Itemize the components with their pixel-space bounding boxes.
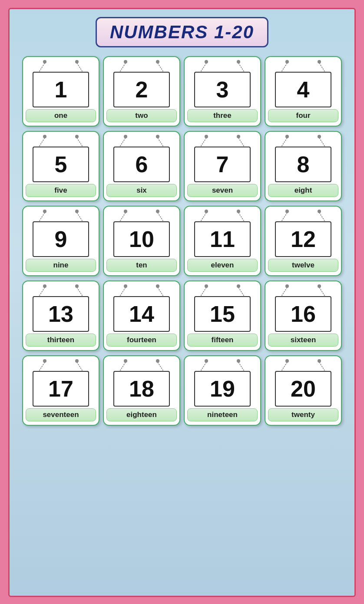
- number-digit: 8: [297, 153, 310, 176]
- word-label: two: [106, 109, 177, 122]
- sign-board: 10: [113, 221, 170, 257]
- number-digit: 16: [291, 303, 316, 325]
- svg-point-48: [43, 284, 46, 288]
- svg-line-50: [39, 287, 45, 296]
- word-label: thirteen: [26, 334, 96, 347]
- sign-board: 1: [33, 72, 89, 107]
- number-card-1: 1one: [22, 56, 99, 127]
- number-card-2: 2two: [103, 56, 180, 127]
- sign-board: 9: [33, 221, 89, 257]
- number-digit: 7: [216, 153, 229, 176]
- svg-line-67: [77, 362, 83, 371]
- number-card-5: 5five: [22, 131, 99, 201]
- svg-line-42: [201, 213, 206, 221]
- svg-line-51: [77, 287, 83, 296]
- svg-line-79: [319, 362, 325, 371]
- svg-line-55: [158, 287, 163, 296]
- svg-point-28: [285, 135, 289, 138]
- number-card-7: 7seven: [184, 131, 261, 201]
- number-card-14: 14fourteen: [103, 280, 180, 351]
- svg-point-29: [318, 135, 321, 138]
- svg-line-3: [77, 63, 83, 72]
- hanger-icon: [194, 284, 251, 296]
- svg-line-34: [39, 213, 45, 221]
- word-label: four: [268, 109, 338, 122]
- hanger-icon: [113, 134, 170, 147]
- number-digit: 9: [55, 228, 67, 250]
- svg-point-73: [237, 359, 240, 363]
- sign-board: 19: [194, 371, 251, 407]
- svg-line-7: [158, 63, 163, 72]
- svg-point-57: [237, 284, 240, 288]
- number-digit: 19: [210, 377, 235, 400]
- number-card-12: 12twelve: [265, 206, 342, 276]
- svg-point-33: [75, 210, 79, 213]
- number-digit: 4: [297, 78, 310, 101]
- svg-line-35: [77, 213, 83, 221]
- word-label: eleven: [187, 259, 258, 272]
- svg-point-21: [156, 135, 159, 138]
- svg-point-8: [205, 60, 208, 63]
- number-digit: 11: [210, 228, 235, 250]
- number-digit: 2: [136, 78, 148, 101]
- number-digit: 13: [48, 303, 73, 325]
- title-box: NUMBERS 1-20: [96, 17, 268, 47]
- sign-board: 13: [33, 296, 89, 332]
- svg-line-39: [158, 213, 163, 221]
- number-row-4: 13thirteen14fourteen15fifteen16sixteen: [16, 280, 348, 351]
- sign-board: 16: [275, 296, 331, 332]
- number-digit: 12: [291, 228, 316, 250]
- svg-point-64: [43, 359, 46, 363]
- hanger-icon: [113, 60, 170, 72]
- sign-board: 17: [33, 371, 89, 407]
- svg-point-5: [156, 60, 159, 63]
- sign-board: 8: [275, 147, 331, 182]
- number-card-17: 17seventeen: [22, 355, 99, 426]
- svg-line-74: [201, 362, 206, 371]
- number-row-1: 1one2two3three4four: [16, 56, 348, 127]
- number-card-9: 9nine: [22, 206, 99, 276]
- svg-point-44: [285, 210, 289, 213]
- number-digit: 18: [129, 377, 154, 400]
- number-digit: 15: [210, 303, 235, 325]
- svg-line-75: [238, 362, 244, 371]
- svg-line-46: [281, 213, 287, 221]
- hanger-icon: [33, 209, 89, 221]
- number-row-5: 17seventeen18eighteen19nineteen20twenty: [16, 355, 348, 426]
- number-card-13: 13thirteen: [22, 280, 99, 351]
- number-card-16: 16sixteen: [265, 280, 342, 351]
- hanger-icon: [275, 284, 331, 296]
- number-card-18: 18eighteen: [103, 355, 180, 426]
- svg-line-70: [120, 362, 126, 371]
- svg-line-78: [281, 362, 287, 371]
- svg-point-52: [124, 284, 127, 288]
- hanger-icon: [33, 284, 89, 296]
- sign-board: 20: [275, 371, 331, 407]
- svg-point-53: [156, 284, 159, 288]
- number-card-15: 15fifteen: [184, 280, 261, 351]
- number-digit: 14: [129, 303, 154, 325]
- svg-line-31: [319, 138, 325, 147]
- word-label: nineteen: [187, 408, 258, 421]
- number-digit: 20: [291, 377, 316, 400]
- svg-point-65: [75, 359, 79, 363]
- svg-line-58: [201, 287, 206, 296]
- svg-point-4: [124, 60, 127, 63]
- word-label: three: [187, 109, 258, 122]
- word-label: five: [26, 184, 96, 197]
- svg-line-54: [120, 287, 126, 296]
- hanger-icon: [275, 359, 331, 371]
- word-label: eight: [268, 184, 338, 197]
- word-label: fourteen: [106, 334, 177, 347]
- sign-board: 18: [113, 371, 170, 407]
- svg-point-56: [205, 284, 208, 288]
- svg-line-47: [319, 213, 325, 221]
- word-label: eighteen: [106, 408, 177, 421]
- word-label: seven: [187, 184, 258, 197]
- svg-point-9: [237, 60, 240, 63]
- word-label: seventeen: [26, 408, 96, 421]
- word-label: sixteen: [268, 334, 338, 347]
- svg-line-26: [201, 138, 206, 147]
- svg-point-41: [237, 210, 240, 213]
- hanger-icon: [33, 359, 89, 371]
